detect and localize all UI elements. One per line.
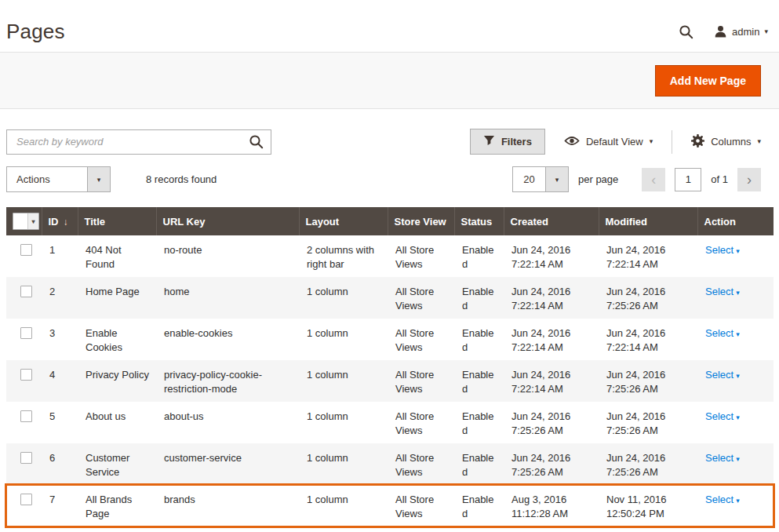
row-checkbox[interactable] xyxy=(20,286,32,297)
cell-title: About us xyxy=(78,402,156,443)
table-row: 6 Customer Service customer-service 1 co… xyxy=(6,443,774,485)
chevron-down-icon: ▾ xyxy=(736,372,740,380)
column-label: ID xyxy=(49,216,59,228)
cell-layout: 1 column xyxy=(299,319,388,360)
row-checkbox[interactable] xyxy=(20,452,32,464)
column-header-url-key[interactable]: URL Key xyxy=(156,207,299,235)
select-all-header: ▾ xyxy=(6,207,42,235)
cell-title: Home Page xyxy=(78,277,156,319)
row-select-action[interactable]: Select▾ xyxy=(705,286,740,297)
records-count: 8 records found xyxy=(146,173,217,185)
sort-descending-icon: ↓ xyxy=(64,217,68,228)
column-header-status[interactable]: Status xyxy=(454,207,504,235)
table-header-row: ▾ ID↓ Title URL Key Layout Store View St… xyxy=(6,207,774,235)
row-checkbox[interactable] xyxy=(20,369,32,381)
eye-icon xyxy=(564,135,580,149)
row-checkbox[interactable] xyxy=(20,244,32,256)
chevron-down-icon: ▾ xyxy=(650,138,653,145)
cell-store-view: All Store Views xyxy=(388,443,454,485)
admin-user-menu[interactable]: admin ▾ xyxy=(714,25,768,38)
person-icon xyxy=(714,25,727,38)
per-page-value: 20 xyxy=(513,167,545,191)
cell-modified: Jun 24, 2016 7:25:26 AM xyxy=(599,443,697,485)
column-header-layout[interactable]: Layout xyxy=(299,207,388,235)
column-header-store-view[interactable]: Store View xyxy=(388,207,454,235)
cell-modified: Jun 24, 2016 7:22:14 AM xyxy=(599,319,697,360)
search-submit-icon[interactable] xyxy=(249,134,264,152)
cell-created: Jun 24, 2016 7:25:26 AM xyxy=(504,402,599,443)
cell-layout: 2 columns with right bar xyxy=(299,235,388,277)
row-select-action[interactable]: Select▾ xyxy=(705,452,740,464)
grid-controls-row: Actions ▾ 8 records found 20 ▾ per page … xyxy=(6,166,773,192)
select-all-checkbox[interactable] xyxy=(13,213,27,229)
chevron-down-icon: ▾ xyxy=(736,455,740,463)
column-header-action: Action xyxy=(697,207,774,235)
row-checkbox-cell xyxy=(6,360,42,402)
row-select-action[interactable]: Select▾ xyxy=(705,410,740,422)
cell-title: All Brands Page xyxy=(78,485,156,527)
default-view-label: Default View xyxy=(586,136,643,148)
column-header-title[interactable]: Title xyxy=(78,207,156,235)
column-header-modified[interactable]: Modified xyxy=(599,207,697,235)
cell-action: Select▾ xyxy=(697,443,774,485)
cell-id: 4 xyxy=(42,360,78,402)
row-checkbox[interactable] xyxy=(20,410,32,422)
cell-store-view: All Store Views xyxy=(388,360,454,402)
chevron-right-icon: › xyxy=(747,172,752,188)
cell-status: Enabled xyxy=(454,443,504,485)
per-page-dropdown[interactable]: 20 ▾ xyxy=(512,166,569,192)
cell-modified: Jun 24, 2016 7:25:26 AM xyxy=(599,277,697,319)
grid-view-controls: Filters Default View ▾ xyxy=(470,129,773,155)
cell-status: Enabled xyxy=(454,277,504,319)
column-label: Created xyxy=(511,216,548,228)
table-row: 5 About us about-us 1 column All Store V… xyxy=(6,402,774,443)
column-label: Status xyxy=(461,216,493,228)
add-new-page-button[interactable]: Add New Page xyxy=(655,65,761,97)
actions-dropdown[interactable]: Actions ▾ xyxy=(6,166,111,192)
row-select-action[interactable]: Select▾ xyxy=(705,244,740,256)
previous-page-button[interactable]: ‹ xyxy=(642,168,665,191)
column-header-created[interactable]: Created xyxy=(504,207,599,235)
search-input[interactable] xyxy=(6,129,271,155)
pagination: 20 ▾ per page ‹ of 1 › xyxy=(512,166,773,192)
filters-button[interactable]: Filters xyxy=(470,129,545,155)
funnel-icon xyxy=(483,135,495,148)
cell-action: Select▾ xyxy=(697,319,774,360)
table-row: 3 Enable Cookies enable-cookies 1 column… xyxy=(6,319,774,360)
column-header-id[interactable]: ID↓ xyxy=(42,207,78,235)
row-checkbox[interactable] xyxy=(20,494,32,505)
page-header: Pages admin ▾ xyxy=(0,0,779,52)
row-select-action[interactable]: Select▾ xyxy=(705,369,740,381)
row-select-action[interactable]: Select▾ xyxy=(705,327,740,339)
columns-label: Columns xyxy=(711,136,751,148)
cell-status: Enabled xyxy=(454,319,504,360)
cell-created: Jun 24, 2016 7:25:26 AM xyxy=(504,443,599,485)
select-all-dropdown[interactable]: ▾ xyxy=(13,213,39,230)
next-page-button[interactable]: › xyxy=(737,168,761,191)
pages-admin-screen: Pages admin ▾ Add New Page xyxy=(0,0,779,532)
pages-table-body: 1 404 Not Found no-route 2 columns with … xyxy=(6,235,774,527)
admin-username: admin xyxy=(732,26,759,38)
chevron-down-icon: ▾ xyxy=(736,414,740,421)
columns-dropdown[interactable]: Columns ▾ xyxy=(691,134,761,150)
cell-store-view: All Store Views xyxy=(388,402,454,443)
global-search-icon[interactable] xyxy=(679,24,693,39)
current-page-input[interactable] xyxy=(675,168,701,191)
cell-url-key: brands xyxy=(156,485,299,527)
page-title: Pages xyxy=(6,20,65,44)
cell-created: Jun 24, 2016 7:22:14 AM xyxy=(504,360,599,402)
keyword-search-box xyxy=(6,129,271,155)
cell-id: 6 xyxy=(42,443,78,485)
default-view-dropdown[interactable]: Default View ▾ xyxy=(564,135,653,149)
cell-action: Select▾ xyxy=(697,360,774,402)
cell-store-view: All Store Views xyxy=(388,235,454,277)
row-checkbox[interactable] xyxy=(20,327,32,339)
row-select-action[interactable]: Select▾ xyxy=(705,494,740,505)
chevron-down-icon: ▾ xyxy=(736,497,740,505)
mass-actions: Actions ▾ 8 records found xyxy=(6,166,217,192)
cell-status: Enabled xyxy=(454,402,504,443)
chevron-down-icon: ▾ xyxy=(736,247,740,255)
page-total-label: of 1 xyxy=(711,173,728,185)
cell-layout: 1 column xyxy=(299,402,388,443)
table-row: 4 Privacy Policy privacy-policy-cookie-r… xyxy=(6,360,774,402)
